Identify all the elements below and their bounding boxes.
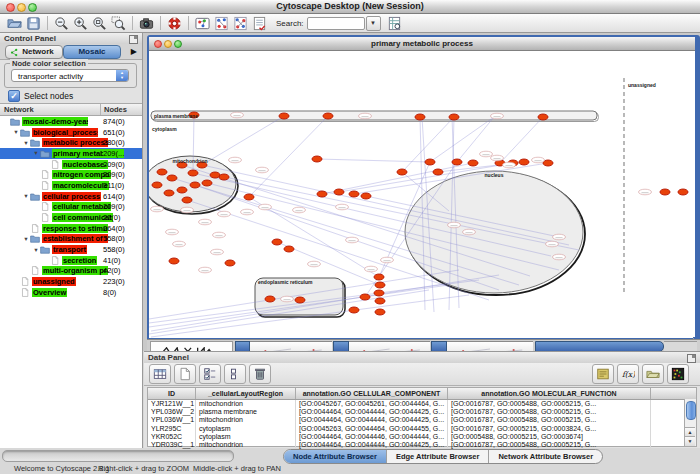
tree-row[interactable]: ▼cellular process614(0) xyxy=(0,191,142,202)
graph-node[interactable] xyxy=(317,191,327,197)
camera-snapshot-button[interactable] xyxy=(137,15,156,32)
select-nodes-checkbox[interactable]: ✓ xyxy=(8,90,20,102)
more-tabs-button[interactable]: ▶ xyxy=(131,47,137,56)
graph-node[interactable] xyxy=(452,159,462,165)
tree-row[interactable]: mosaic-demo-yeast874(0) xyxy=(0,116,142,127)
table-row[interactable]: YDR039C__1mitochondrion[GO:0044464, GO:0… xyxy=(148,441,696,449)
tree-row[interactable]: cellular metabol209(0) xyxy=(0,202,142,213)
zoom-region-button[interactable] xyxy=(109,15,128,32)
graph-node[interactable] xyxy=(295,297,305,303)
column-header[interactable]: ID xyxy=(148,388,196,399)
graph-node[interactable] xyxy=(272,239,282,245)
layout-distribute-button[interactable] xyxy=(231,15,250,32)
graph-node[interactable] xyxy=(182,197,192,203)
node-color-dropdown[interactable]: transporter activity ▲▼ xyxy=(11,69,129,82)
graph-node[interactable] xyxy=(312,156,322,162)
graph-node[interactable] xyxy=(375,298,385,304)
network-window-titlebar[interactable]: primary metabolic process xyxy=(149,37,695,51)
search-input[interactable] xyxy=(307,17,365,30)
network-canvas[interactable]: plasma membranecytoplasmmitochondrionnuc… xyxy=(149,51,693,338)
graph-node[interactable] xyxy=(538,114,548,120)
graph-node[interactable] xyxy=(468,160,478,166)
graph-node[interactable] xyxy=(152,182,162,188)
tab-network-attribute-browser[interactable]: Network Attribute Browser xyxy=(489,450,602,463)
column-header[interactable]: annotation.GO CELLULAR_COMPONENT xyxy=(296,388,448,399)
tree-row[interactable]: multi-organism pro42(0) xyxy=(0,266,142,277)
graph-node[interactable] xyxy=(219,174,229,180)
graph-node[interactable] xyxy=(190,182,200,188)
tree-column-network[interactable]: Network xyxy=(0,104,101,115)
tab-node-attribute-browser[interactable]: Node Attribute Browser xyxy=(284,450,387,463)
graph-node[interactable] xyxy=(349,191,359,197)
graph-node[interactable] xyxy=(177,187,187,193)
attribute-matrix-button[interactable] xyxy=(667,364,689,384)
import-attributes-button[interactable] xyxy=(642,364,664,384)
expand-triangle-icon[interactable]: ▼ xyxy=(22,140,30,146)
table-row[interactable]: YPL036W__1mitochondrion[GO:0044464, GO:0… xyxy=(148,416,696,424)
tree-row[interactable]: Overview8(0) xyxy=(0,287,142,298)
graph-node[interactable] xyxy=(157,169,167,175)
tree-row[interactable]: ▼transport558(0) xyxy=(0,244,142,255)
tree-row[interactable]: ▼biological_process651(0) xyxy=(0,127,142,138)
graph-node[interactable] xyxy=(244,194,254,200)
graph-node[interactable] xyxy=(375,282,385,288)
graph-node[interactable] xyxy=(279,113,289,119)
edit-attributes-button[interactable] xyxy=(250,15,269,32)
graph-node[interactable] xyxy=(374,290,384,296)
graph-node[interactable] xyxy=(678,189,688,195)
tree-row[interactable]: nitrogen compo209(0) xyxy=(0,169,142,180)
delete-attribute-button[interactable] xyxy=(249,364,271,384)
search-dropdown-button[interactable]: ▼ xyxy=(366,16,381,31)
graph-node[interactable] xyxy=(374,274,384,280)
graph-node[interactable] xyxy=(397,169,407,175)
expand-triangle-icon[interactable]: ▼ xyxy=(32,150,40,156)
birdseye-view-button[interactable] xyxy=(193,15,212,32)
scrollbar-thumb[interactable] xyxy=(686,401,696,420)
help-lifering-button[interactable] xyxy=(165,15,184,32)
column-header[interactable]: _cellularLayoutRegion xyxy=(196,388,296,399)
graph-node[interactable] xyxy=(164,190,174,196)
select-attributes-button[interactable] xyxy=(199,364,221,384)
tree-row[interactable]: macromolecule311(0) xyxy=(0,180,142,191)
search-options-button[interactable] xyxy=(385,15,404,32)
float-panel-icon[interactable] xyxy=(129,35,138,44)
open-session-button[interactable] xyxy=(5,15,24,32)
table-row[interactable]: YLR295Ccytoplasm[GO:0045263, GO:0044464,… xyxy=(148,425,696,433)
table-row[interactable]: YKR052Ccytoplasm[GO:0044464, GO:0044446,… xyxy=(148,433,696,441)
table-scrollbar[interactable]: ▲ ▼ xyxy=(684,399,696,446)
graph-node[interactable] xyxy=(210,172,220,178)
unselect-attributes-button[interactable] xyxy=(224,364,246,384)
graph-node[interactable] xyxy=(375,309,385,315)
graph-node[interactable] xyxy=(360,294,370,300)
tree-row[interactable]: nucleobase-209(0) xyxy=(0,159,142,170)
save-session-button[interactable] xyxy=(24,15,43,32)
graph-node[interactable] xyxy=(188,170,198,176)
expand-triangle-icon[interactable]: ▼ xyxy=(12,129,20,135)
graph-node[interactable] xyxy=(334,189,344,195)
tab-edge-attribute-browser[interactable]: Edge Attribute Browser xyxy=(387,450,489,463)
graph-node[interactable] xyxy=(449,114,459,120)
graph-node[interactable] xyxy=(225,260,235,266)
graph-node[interactable] xyxy=(361,193,371,199)
tab-mosaic[interactable]: Mosaic xyxy=(63,45,121,59)
minimize-icon[interactable] xyxy=(164,40,172,48)
zoom-fit-button[interactable] xyxy=(90,15,109,32)
graph-node[interactable] xyxy=(349,307,359,313)
tab-network[interactable]: Network xyxy=(5,45,63,59)
zoom-in-button[interactable] xyxy=(71,15,90,32)
close-icon[interactable] xyxy=(154,40,162,48)
expand-triangle-icon[interactable]: ▼ xyxy=(32,247,40,253)
graph-node[interactable] xyxy=(169,258,179,264)
tree-row[interactable]: ▼metabolic process280(0) xyxy=(0,137,142,148)
column-header[interactable]: annotation.GO MOLECULAR_FUNCTION xyxy=(448,388,651,399)
graph-node[interactable] xyxy=(323,113,333,119)
float-panel-icon[interactable] xyxy=(687,354,696,363)
tree-row[interactable]: ▼establishment of lo558(0) xyxy=(0,234,142,245)
attribute-form-button[interactable] xyxy=(592,364,614,384)
tree-row[interactable]: secretion41(0) xyxy=(0,255,142,266)
graph-node[interactable] xyxy=(425,159,435,165)
tree-column-nodes[interactable]: Nodes xyxy=(101,104,142,115)
new-attribute-button[interactable] xyxy=(174,364,196,384)
table-row[interactable]: YJR121W__1mitochondrion[GO:0045267, GO:0… xyxy=(148,400,696,408)
column-selector-button[interactable] xyxy=(149,364,171,384)
